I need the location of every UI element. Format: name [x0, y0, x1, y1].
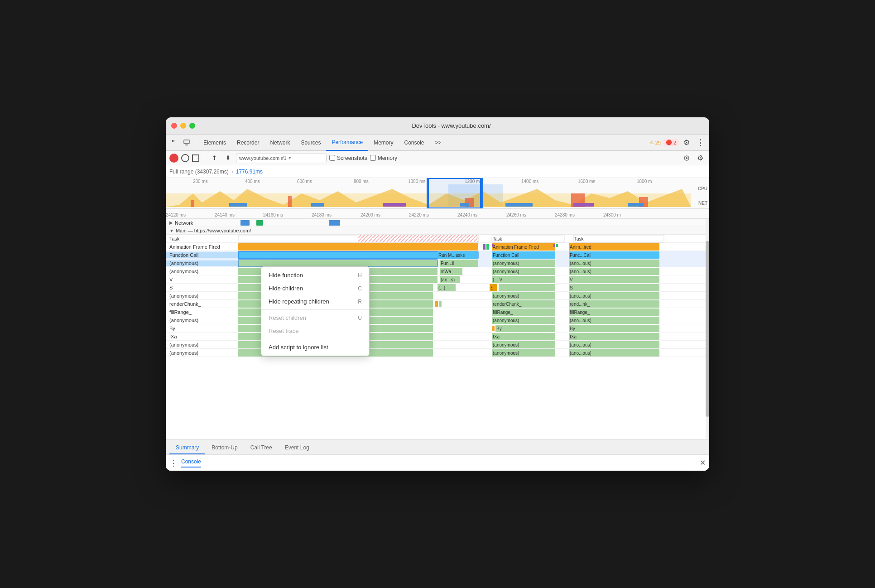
anon-label-3: (anonymous) — [166, 293, 238, 299]
hide-repeating-label: Hide repeating children — [269, 298, 329, 305]
capture-settings-icon[interactable] — [681, 153, 692, 164]
svg-rect-76 — [492, 285, 495, 288]
anon-row-4[interactable]: (anonymous) (anonymous) (ano...ous) — [166, 316, 709, 324]
tab-recorder[interactable]: Recorder — [231, 135, 264, 151]
tab-console[interactable]: Console — [399, 135, 429, 151]
tab-summary[interactable]: Summary — [169, 442, 205, 454]
fill-range-row[interactable]: fillRange_ fillRange_ fillRange_ — [166, 308, 709, 316]
svg-text:(anonymous): (anonymous) — [493, 269, 519, 274]
svg-text:(anonymous): (anonymous) — [493, 342, 519, 347]
svg-rect-106 — [569, 325, 659, 332]
anon-row-6[interactable]: (anonymous) (anonymous) (ano...ous) — [166, 349, 709, 357]
svg-rect-0 — [172, 140, 173, 141]
hide-repeating-item[interactable]: Hide repeating children R — [261, 295, 369, 308]
function-call-row[interactable]: Function Call Run M...asks Function Call… — [166, 251, 709, 259]
tab-network[interactable]: Network — [264, 135, 295, 151]
hide-function-item[interactable]: Hide function H — [261, 269, 369, 282]
svg-text:fillRange_: fillRange_ — [493, 310, 513, 315]
memory-checkbox[interactable] — [370, 155, 376, 161]
tab-call-tree[interactable]: Call Tree — [244, 442, 279, 454]
error-count: 2 — [673, 140, 676, 145]
svg-text:(anonymous): (anonymous) — [493, 318, 519, 323]
inspect-icon[interactable] — [181, 137, 192, 148]
animation-frame-row[interactable]: Animation Frame Fired Animation Frame Fi… — [166, 243, 709, 251]
tab-performance[interactable]: Performance — [326, 135, 368, 151]
tab-sources[interactable]: Sources — [295, 135, 326, 151]
cpu-label: CPU — [698, 186, 707, 191]
svg-rect-77 — [499, 284, 555, 291]
tab-more[interactable]: >> — [430, 135, 447, 151]
vertical-scrollbar[interactable] — [706, 219, 709, 439]
svg-rect-69 — [569, 276, 659, 283]
svg-rect-38 — [492, 244, 494, 247]
svg-rect-23 — [256, 220, 263, 226]
tab-memory[interactable]: Memory — [368, 135, 399, 151]
ruler-tick-200: 200 ms — [193, 179, 208, 184]
svg-text:renderChunk_: renderChunk_ — [493, 302, 522, 307]
main-thread-arrow: ▼ — [169, 228, 174, 233]
console-label[interactable]: Console — [181, 458, 201, 468]
svg-text:Animation Frame Fired: Animation Frame Fired — [493, 245, 539, 250]
tab-elements[interactable]: Elements — [198, 135, 231, 151]
tick-24300: 24300 m — [603, 212, 621, 217]
url-selector[interactable]: www.youtube.com #1 ▾ — [236, 154, 327, 162]
download-button[interactable]: ⬇ — [222, 153, 233, 164]
upload-button[interactable]: ⬆ — [209, 153, 220, 164]
separator — [204, 154, 204, 163]
anon-row-5[interactable]: (anonymous) (anonymous) (ano...ous) — [166, 341, 709, 349]
anon-label-4: (anonymous) — [166, 318, 238, 323]
s-row[interactable]: S (...) S S — [166, 284, 709, 292]
ruler-tick-1000: 1000 ms — [408, 179, 425, 184]
flamegraph-area[interactable]: ▶ Network ▼ Main — https://www.youtu — [166, 219, 709, 439]
maximize-button[interactable] — [189, 123, 195, 129]
s-label: S — [166, 285, 238, 290]
hide-children-label: Hide children — [269, 285, 303, 292]
url-text: www.youtube.com #1 — [239, 155, 287, 161]
hide-children-item[interactable]: Hide children C — [261, 282, 369, 295]
svg-text:(an...s): (an...s) — [441, 277, 455, 282]
close-button[interactable] — [171, 123, 177, 129]
more-options-icon[interactable]: ⋮ — [695, 137, 706, 148]
record-button[interactable] — [169, 154, 178, 163]
v-row[interactable]: V (an...s) (... V V — [166, 275, 709, 284]
tab-bottom-up[interactable]: Bottom-Up — [205, 442, 244, 454]
scrollbar-thumb[interactable] — [706, 241, 709, 417]
svg-text:(anonymous): (anonymous) — [493, 261, 519, 266]
console-close-button[interactable]: ✕ — [700, 458, 706, 467]
animation-frame-label: Animation Frame Fired — [166, 244, 238, 250]
network-bars — [238, 219, 709, 227]
devtools-window: DevTools - www.youtube.com/ Elements Rec… — [166, 117, 709, 471]
svg-text:Anim...ired: Anim...ired — [570, 245, 591, 250]
warning-badge: ⚠ 29 — [649, 140, 661, 145]
net-overview — [166, 201, 702, 207]
screenshots-checkbox[interactable] — [329, 155, 335, 161]
traffic-lights — [171, 123, 195, 129]
main-thread-label: ▼ Main — https://www.youtube.com/ — [166, 227, 709, 235]
anon-row-2[interactable]: (anonymous) mWa (anonymous) (ano...ous) — [166, 267, 709, 275]
tab-event-log[interactable]: Event Log — [279, 442, 316, 454]
network-label[interactable]: ▶ Network — [166, 220, 238, 226]
settings-icon[interactable]: ⚙ — [681, 137, 692, 148]
url-dropdown-icon[interactable]: ▾ — [288, 155, 291, 161]
hide-children-shortcut: C — [358, 285, 362, 292]
minimize-button[interactable] — [180, 123, 186, 129]
add-ignore-item[interactable]: Add script to ignore list — [261, 341, 369, 354]
svg-rect-86 — [435, 301, 438, 307]
ixa-row[interactable]: IXa IXa IXa — [166, 333, 709, 341]
reload-record-button[interactable] — [181, 154, 189, 162]
clear-button[interactable] — [192, 154, 199, 162]
svg-point-7 — [686, 157, 688, 159]
performance-settings-icon[interactable]: ⚙ — [695, 153, 706, 164]
ruler-tick-1600: 1600 ms — [578, 179, 595, 184]
console-dots[interactable]: ⋮ — [169, 459, 178, 467]
network-arrow: ▶ — [169, 220, 173, 225]
tick-24280: 24280 ms — [555, 212, 575, 217]
nav-toolbar: Elements Recorder Network Sources Perfor… — [166, 135, 709, 151]
pointer-tool-icon[interactable] — [169, 137, 180, 148]
timeline-overview[interactable]: 200 ms 400 ms 600 ms 800 ms 1000 ms 1200… — [166, 178, 709, 209]
by-row[interactable]: By By By — [166, 324, 709, 333]
anon-row-3[interactable]: (anonymous) (anonymous) (ano...ous) — [166, 292, 709, 300]
ctx-divider-1 — [261, 309, 369, 310]
render-chunk-row[interactable]: renderChunk_ renderChunk_ rend...nk_ — [166, 300, 709, 308]
anon-row-1[interactable]: (anonymous) Fun...ll (anonymous) (ano...… — [166, 259, 709, 267]
